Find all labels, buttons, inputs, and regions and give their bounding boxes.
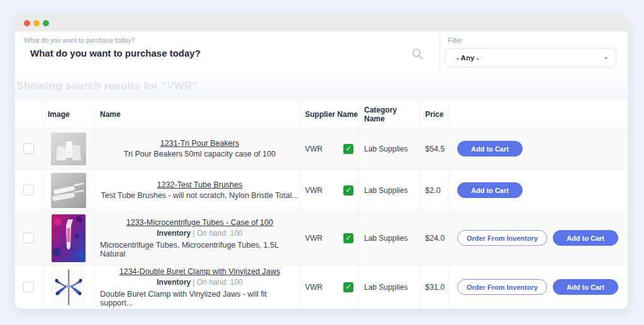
add-to-cart-button[interactable]: Add to Cart bbox=[553, 279, 618, 295]
verified-check-icon[interactable]: ✓ bbox=[343, 185, 353, 196]
supplier-name: VWR bbox=[305, 234, 323, 243]
inventory-label: Inventory bbox=[157, 278, 191, 287]
product-description: Tri Pour Beakers 50ml capacity case of 1… bbox=[124, 150, 275, 158]
product-link[interactable]: 1232-Test Tube Brushes bbox=[157, 180, 243, 189]
filter-selected-value: - Any - bbox=[457, 54, 479, 62]
product-link[interactable]: 1231-Tri Pour Beakers bbox=[160, 139, 239, 148]
price-value: $2.0 bbox=[419, 170, 448, 211]
supplier-name: VWR bbox=[305, 145, 323, 153]
price-value: $31.0 bbox=[419, 265, 448, 309]
table-row: 1233-Microcentrifuge Tubes - Case of 100… bbox=[15, 211, 628, 265]
filter-select[interactable]: - Any - ▾ bbox=[445, 48, 616, 67]
inventory-detail: | On hand: 100 bbox=[191, 278, 243, 287]
add-to-cart-button[interactable]: Add to Cart bbox=[457, 182, 523, 198]
row-checkbox[interactable] bbox=[23, 233, 34, 243]
inventory-detail: | On hand: 100 bbox=[191, 229, 243, 238]
results-table: Image Name Supplier Name Category Name P… bbox=[15, 101, 628, 309]
add-to-cart-button[interactable]: Add to Cart bbox=[457, 141, 523, 157]
table-row: 1234-Double Buret Clamp with Vinylized J… bbox=[15, 265, 628, 309]
product-image-brushes bbox=[51, 173, 86, 208]
chevron-down-icon: ▾ bbox=[604, 55, 608, 61]
header-image: Image bbox=[42, 101, 94, 128]
header-supplier: Supplier Name bbox=[299, 101, 358, 128]
header-category: Category Name bbox=[358, 101, 419, 128]
order-from-inventory-button[interactable]: Order From Inventory bbox=[457, 279, 547, 295]
search-field-area: What do you want to purchase today? bbox=[15, 31, 440, 73]
table-row: 1232-Test Tube Brushes Test Tube Brushes… bbox=[15, 169, 628, 211]
close-window-icon[interactable] bbox=[24, 20, 30, 26]
product-description: Microcentrifuge Tubes, Microcentrifuge T… bbox=[100, 241, 299, 258]
header-actions-spacer bbox=[448, 101, 628, 128]
inventory-line: Inventory | On hand: 100 bbox=[157, 229, 243, 238]
maximize-window-icon[interactable] bbox=[43, 20, 49, 26]
results-heading: Showing search results for "VWR" bbox=[16, 80, 197, 92]
filter-area: Filter - Any - ▾ bbox=[440, 31, 628, 73]
row-checkbox[interactable] bbox=[23, 185, 34, 196]
app-window: What do you want to purchase today? Filt… bbox=[15, 15, 628, 309]
price-value: $24.0 bbox=[419, 211, 448, 265]
search-field-label: What do you want to purchase today? bbox=[24, 36, 135, 44]
product-image-microcentrifuge-tube bbox=[52, 214, 86, 262]
results-heading-strip: Showing search results for "VWR" bbox=[15, 73, 628, 101]
row-checkbox[interactable] bbox=[23, 143, 34, 154]
supplier-name: VWR bbox=[305, 283, 323, 292]
price-value: $54.5 bbox=[419, 128, 448, 169]
minimize-window-icon[interactable] bbox=[33, 20, 40, 26]
verified-check-icon[interactable]: ✓ bbox=[343, 144, 353, 154]
product-image-beakers bbox=[51, 133, 86, 165]
verified-check-icon[interactable]: ✓ bbox=[343, 233, 353, 243]
category-name: Lab Supplies bbox=[358, 211, 419, 265]
header-checkbox-spacer bbox=[15, 101, 42, 128]
order-from-inventory-button[interactable]: Order From Inventory bbox=[457, 230, 547, 246]
product-link[interactable]: 1234-Double Buret Clamp with Vinylized J… bbox=[119, 267, 280, 276]
verified-check-icon[interactable]: ✓ bbox=[343, 282, 353, 292]
search-icon[interactable] bbox=[411, 48, 423, 60]
product-link[interactable]: 1233-Microcentrifuge Tubes - Case of 100 bbox=[126, 218, 273, 227]
filter-label: Filter bbox=[448, 36, 462, 44]
search-input[interactable] bbox=[30, 48, 408, 58]
product-description: Double Buret Clamp with Vinylized Jaws -… bbox=[100, 290, 299, 307]
table-header-row: Image Name Supplier Name Category Name P… bbox=[15, 101, 628, 128]
table-row: 1231-Tri Pour Beakers Tri Pour Beakers 5… bbox=[15, 128, 628, 169]
window-titlebar bbox=[15, 15, 628, 31]
row-checkbox[interactable] bbox=[23, 282, 34, 292]
header-price: Price bbox=[419, 101, 448, 128]
category-name: Lab Supplies bbox=[358, 170, 419, 211]
supplier-name: VWR bbox=[305, 186, 323, 195]
inventory-line: Inventory | On hand: 100 bbox=[157, 278, 243, 287]
header-name: Name bbox=[94, 101, 299, 128]
product-image-buret-clamp bbox=[51, 268, 86, 306]
category-name: Lab Supplies bbox=[358, 265, 419, 309]
category-name: Lab Supplies bbox=[358, 128, 419, 169]
product-description: Test Tube Brushes - will not scratch, Ny… bbox=[101, 191, 299, 200]
add-to-cart-button[interactable]: Add to Cart bbox=[553, 230, 618, 246]
search-bar: What do you want to purchase today? Filt… bbox=[15, 31, 628, 73]
inventory-label: Inventory bbox=[157, 229, 191, 238]
